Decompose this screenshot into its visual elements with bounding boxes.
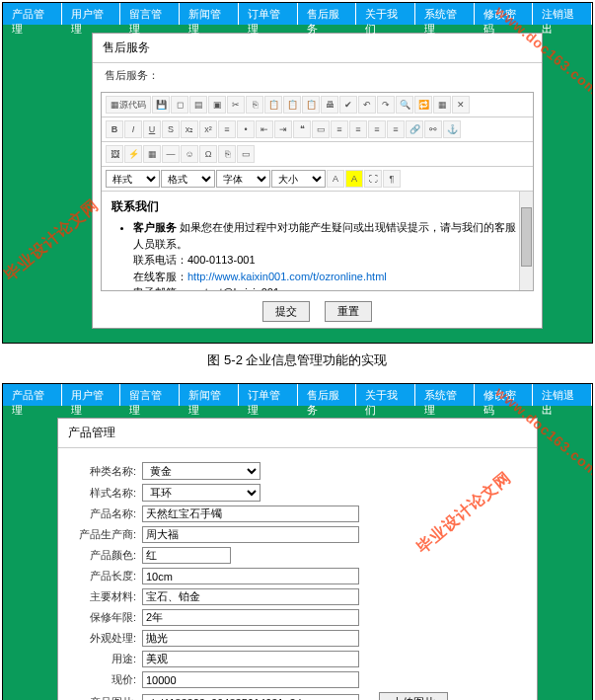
nav-item[interactable]: 新闻管理 (180, 384, 239, 406)
nav-item[interactable]: 修改密码 (475, 3, 534, 25)
nav-item[interactable]: 注销退出 (533, 384, 592, 406)
print-icon[interactable]: 🖶 (321, 96, 338, 114)
preview-icon[interactable]: ▤ (189, 96, 207, 114)
blocks-icon[interactable]: ¶ (383, 170, 401, 188)
field-input[interactable] (142, 651, 359, 667)
select-all-icon[interactable]: ▦ (433, 96, 451, 114)
outdent-icon[interactable]: ⇤ (256, 120, 273, 138)
align-right-icon[interactable]: ≡ (368, 120, 386, 138)
sub-icon[interactable]: x₂ (181, 120, 198, 138)
nav-item[interactable]: 订单管理 (239, 3, 298, 25)
paste-word-icon[interactable]: 📋 (302, 96, 320, 114)
nav-item[interactable]: 订单管理 (239, 384, 298, 406)
new-icon[interactable]: ◻ (171, 96, 188, 114)
paste-text-icon[interactable]: 📋 (283, 96, 301, 114)
size-select[interactable]: 大小 (271, 170, 326, 188)
editor-content[interactable]: 联系我们 客户服务 如果您在使用过程中对功能产生疑问或出现错误提示，请与我们的客… (102, 192, 533, 290)
nav-item[interactable]: 产品管理 (3, 384, 62, 406)
nav-item[interactable]: 售后服务 (298, 3, 357, 25)
style-select[interactable]: 样式 (106, 170, 160, 188)
clear-icon[interactable]: ✕ (452, 96, 470, 114)
underline-icon[interactable]: U (143, 120, 161, 138)
reset-button[interactable]: 重置 (325, 301, 372, 322)
image-icon[interactable]: 🖼 (106, 145, 123, 163)
align-justify-icon[interactable]: ≡ (387, 120, 405, 138)
field-input[interactable] (142, 547, 231, 564)
service-panel: 售后服务 售后服务： ▦ 源代码 💾 ◻ ▤ ▣ ✂ ⎘ 📋 📋 📋 🖶 ✔ ↶ (92, 33, 543, 329)
field-input[interactable] (142, 671, 359, 688)
format-select[interactable]: 格式 (161, 170, 215, 188)
page-icon[interactable]: ⎘ (218, 145, 236, 163)
field-input[interactable] (142, 568, 359, 584)
nav-item[interactable]: 关于我们 (356, 3, 415, 25)
field-input[interactable] (142, 609, 359, 626)
spell-icon[interactable]: ✔ (339, 96, 357, 114)
paste-icon[interactable]: 📋 (264, 96, 282, 114)
ol-icon[interactable]: ≡ (218, 120, 236, 138)
nav-item[interactable]: 用户管理 (62, 3, 121, 25)
textcolor-icon[interactable]: A (327, 170, 344, 188)
save-icon[interactable]: 💾 (152, 96, 170, 114)
align-center-icon[interactable]: ≡ (349, 120, 367, 138)
smiley-icon[interactable]: ☺ (181, 145, 198, 163)
nav-item[interactable]: 用户管理 (62, 384, 121, 406)
nav-item[interactable]: 关于我们 (356, 384, 415, 406)
hr-icon[interactable]: — (162, 145, 180, 163)
nav-item[interactable]: 留言管理 (120, 3, 180, 25)
anchor-icon[interactable]: ⚓ (443, 120, 461, 138)
quote-icon[interactable]: ❝ (293, 120, 311, 138)
strike-icon[interactable]: S (162, 120, 180, 138)
scroll-thumb[interactable] (521, 207, 532, 267)
contact-title: 联系我们 (112, 197, 523, 215)
contact-link[interactable]: http://www.kaixin001.com/t/ozronline.htm… (187, 271, 387, 282)
nav-item[interactable]: 新闻管理 (180, 3, 239, 25)
nav-item[interactable]: 产品管理 (3, 3, 62, 25)
bgcolor-icon[interactable]: A (345, 170, 363, 188)
submit-button[interactable]: 提交 (262, 301, 310, 322)
char-icon[interactable]: Ω (199, 145, 217, 163)
field-input[interactable] (142, 694, 359, 700)
nav-item[interactable]: 注销退出 (533, 3, 592, 25)
rich-editor: ▦ 源代码 💾 ◻ ▤ ▣ ✂ ⎘ 📋 📋 📋 🖶 ✔ ↶ ↷ 🔍 🔁 (101, 92, 534, 291)
nav-item[interactable]: 留言管理 (120, 384, 180, 406)
field-input[interactable] (142, 526, 359, 543)
upload-button[interactable]: 上传图片 (379, 692, 448, 700)
flash-icon[interactable]: ⚡ (124, 145, 142, 163)
iframe-icon[interactable]: ▭ (237, 145, 255, 163)
nav-item[interactable]: 售后服务 (298, 384, 357, 406)
sup-icon[interactable]: x² (199, 120, 217, 138)
green-area-2: 产品管理 种类名称:黄金样式名称:耳环产品名称:产品生产商:产品颜色:产品长度:… (3, 406, 592, 700)
field-input[interactable] (142, 630, 359, 647)
form-row: 产品生产商: (68, 526, 527, 543)
template-icon[interactable]: ▣ (208, 96, 226, 114)
redo-icon[interactable]: ↷ (377, 96, 395, 114)
div-icon[interactable]: ▭ (312, 120, 330, 138)
align-left-icon[interactable]: ≡ (331, 120, 348, 138)
table-icon[interactable]: ▦ (143, 145, 161, 163)
nav-item[interactable]: 修改密码 (475, 384, 534, 406)
replace-icon[interactable]: 🔁 (414, 96, 432, 114)
top-nav: 产品管理用户管理留言管理新闻管理订单管理售后服务关于我们系统管理修改密码注销退出 (3, 3, 592, 25)
unlink-icon[interactable]: ⚯ (424, 120, 442, 138)
cut-icon[interactable]: ✂ (227, 96, 245, 114)
indent-icon[interactable]: ⇥ (274, 120, 292, 138)
undo-icon[interactable]: ↶ (358, 96, 376, 114)
field-input[interactable] (142, 588, 359, 605)
italic-icon[interactable]: I (124, 120, 142, 138)
bold-icon[interactable]: B (106, 120, 123, 138)
ul-icon[interactable]: • (237, 120, 255, 138)
field-input[interactable]: 耳环 (142, 484, 260, 502)
copy-icon[interactable]: ⎘ (246, 96, 263, 114)
contact-item: 电子邮箱：contact@kaixin001.com (133, 284, 523, 290)
field-input[interactable] (142, 506, 359, 522)
find-icon[interactable]: 🔍 (396, 96, 413, 114)
font-select[interactable]: 字体 (216, 170, 270, 188)
editor-scrollbar[interactable] (519, 192, 533, 290)
max-icon[interactable]: ⛶ (364, 170, 382, 188)
nav-item[interactable]: 系统管理 (415, 3, 475, 25)
nav-item[interactable]: 系统管理 (415, 384, 475, 406)
source-button[interactable]: ▦ 源代码 (106, 96, 151, 114)
field-label: 现价: (68, 672, 142, 687)
link-icon[interactable]: 🔗 (406, 120, 423, 138)
field-input[interactable]: 黄金 (142, 462, 260, 480)
